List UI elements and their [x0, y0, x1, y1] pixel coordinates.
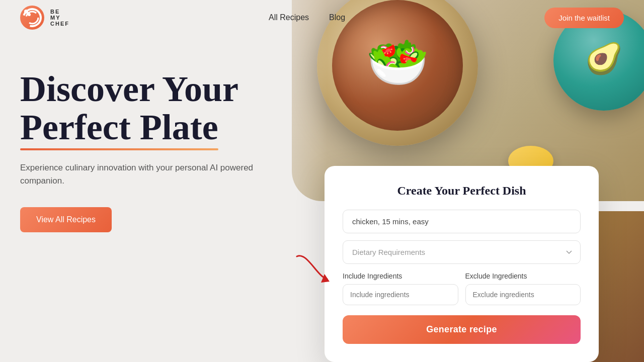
header: BE MY CHEF All Recipes Blog Join the wai… — [0, 0, 644, 35]
logo-text: BE MY CHEF — [50, 9, 69, 27]
generate-recipe-button[interactable]: Generate recipe — [343, 315, 581, 344]
arrow-indicator — [287, 246, 337, 287]
hero-title-line1: Discover Your — [20, 69, 238, 109]
dietary-requirements-select[interactable]: Dietary Requirements Vegetarian Vegan Gl… — [343, 240, 581, 264]
hero-section: Discover Your Perfect Plate Experience c… — [20, 70, 312, 232]
join-waitlist-button[interactable]: Join the waitlist — [544, 8, 624, 28]
recipe-card: Create Your Perfect Dish Dietary Require… — [325, 166, 599, 362]
svg-point-1 — [28, 13, 31, 16]
logo-line2: MY — [50, 15, 69, 21]
hero-title-line2: Perfect Plate — [20, 109, 218, 147]
logo[interactable]: BE MY CHEF — [20, 6, 69, 30]
svg-point-0 — [26, 12, 38, 24]
view-all-recipes-button[interactable]: View All Recipes — [20, 207, 112, 232]
hero-title: Discover Your Perfect Plate — [20, 70, 312, 146]
exclude-ingredients-group: Exclude Ingredients — [465, 272, 581, 305]
logo-line1: BE — [50, 9, 69, 15]
hero-subtitle: Experience culinary innovation with your… — [20, 161, 262, 187]
logo-line3: CHEF — [50, 21, 69, 27]
ingredients-row: Include Ingredients Exclude Ingredients — [343, 272, 581, 305]
nav-blog[interactable]: Blog — [329, 13, 345, 22]
exclude-label: Exclude Ingredients — [465, 272, 581, 280]
include-ingredients-input[interactable] — [343, 284, 458, 305]
include-ingredients-group: Include Ingredients — [343, 272, 458, 305]
svg-marker-2 — [321, 274, 330, 283]
nav-all-recipes[interactable]: All Recipes — [269, 13, 309, 22]
logo-icon — [20, 6, 44, 30]
recipe-search-input[interactable] — [343, 210, 581, 233]
exclude-ingredients-input[interactable] — [465, 284, 581, 305]
card-title: Create Your Perfect Dish — [343, 184, 581, 198]
include-label: Include Ingredients — [343, 272, 458, 280]
navigation: All Recipes Blog — [269, 13, 345, 22]
